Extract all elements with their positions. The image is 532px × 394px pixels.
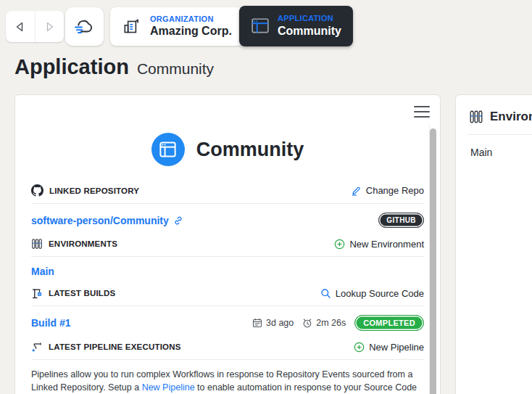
build-age: 3d ago: [252, 318, 294, 328]
environments-title: ENVIRONMENTS: [31, 238, 117, 250]
circle-plus-icon: [334, 239, 345, 250]
organization-building-icon: [122, 17, 142, 37]
side-environment-item[interactable]: Main: [467, 147, 532, 158]
build-duration: 2m 26s: [302, 318, 346, 328]
linked-repository-title: LINKED REPOSITORY: [31, 184, 139, 197]
build-meta: 3d ago 2m 26s COMPLETED: [252, 315, 424, 331]
organization-name: Amazing Corp.: [150, 24, 232, 38]
lookup-source-code-button[interactable]: Lookup Source Code: [320, 288, 424, 299]
pencil-edit-icon: [351, 185, 362, 196]
page-header: Application Community: [14, 55, 214, 79]
linked-repository-heading: LINKED REPOSITORY: [49, 186, 139, 195]
forward-arrow-icon: [44, 21, 55, 33]
application-window-icon: [251, 17, 270, 35]
application-window-icon: [158, 140, 178, 159]
lookup-source-code-label: Lookup Source Code: [336, 288, 424, 299]
application-name: Community: [278, 24, 341, 38]
pipelines-description: Pipelines allow you to run complex Workf…: [31, 368, 424, 394]
application-label: APPLICATION: [278, 14, 341, 24]
environments-heading: ENVIRONMENTS: [49, 239, 117, 248]
card-menu-button[interactable]: [414, 106, 430, 118]
latest-builds-heading: LATEST BUILDS: [49, 289, 115, 297]
stopwatch-icon: [302, 318, 312, 328]
section-latest-pipelines: LATEST PIPELINE EXECUTIONS New Pipeline …: [31, 341, 424, 394]
build-link[interactable]: Build #1: [31, 317, 70, 329]
crane-builds-icon: [31, 287, 43, 299]
latest-builds-body: Build #1 3d ago: [31, 306, 424, 331]
github-icon: [31, 184, 43, 197]
application-title-row: Community: [31, 95, 424, 166]
circle-plus-icon: [354, 342, 365, 353]
application-card-title: Community: [196, 139, 304, 161]
provider-badge: GITHUB: [378, 213, 424, 228]
nav-forward-button[interactable]: [35, 11, 65, 42]
side-card-title: Environments: [490, 110, 532, 124]
pipeline-faucet-icon: [31, 341, 43, 353]
organization-button[interactable]: ORGANIZATION Amazing Corp.: [110, 7, 244, 46]
card-scrollbar-track[interactable]: [429, 124, 438, 394]
application-button[interactable]: APPLICATION Community: [239, 6, 353, 46]
environment-link[interactable]: Main: [31, 266, 54, 277]
environments-pillars-icon: [31, 238, 43, 250]
latest-builds-header-row: LATEST BUILDS Lookup Source Code: [31, 287, 424, 306]
section-latest-builds: LATEST BUILDS Lookup Source Code Build #…: [31, 287, 424, 331]
build-status-badge: COMPLETED: [354, 315, 424, 331]
organization-label: ORGANIZATION: [150, 15, 232, 25]
new-pipeline-label: New Pipeline: [369, 342, 424, 353]
new-environment-label: New Environment: [349, 239, 424, 250]
environments-side-card: Environments Main: [455, 94, 532, 394]
back-arrow-icon: [14, 21, 25, 33]
build-age-text: 3d ago: [266, 318, 294, 328]
repository-name: software-person/Community: [31, 215, 169, 226]
cloud-logo-icon: [73, 17, 96, 37]
linked-repository-body: software-person/Community GITHUB: [31, 204, 424, 228]
application-button-texts: APPLICATION Community: [278, 14, 341, 38]
magnifier-icon: [320, 288, 331, 299]
linked-repository-header-row: LINKED REPOSITORY Change Repo: [31, 184, 424, 204]
card-scrollbar-thumb[interactable]: [430, 128, 436, 394]
calendar-icon: [252, 318, 262, 328]
repository-link[interactable]: software-person/Community: [31, 215, 183, 226]
environments-pillars-icon: [469, 110, 483, 124]
latest-pipelines-header-row: LATEST PIPELINE EXECUTIONS New Pipeline: [31, 341, 424, 360]
section-environments: ENVIRONMENTS New Environment Main: [31, 238, 424, 277]
link-chain-icon: [173, 216, 183, 226]
environments-header-row: ENVIRONMENTS New Environment: [31, 238, 424, 257]
page-title: Application: [14, 55, 129, 79]
new-environment-button[interactable]: New Environment: [334, 239, 424, 250]
section-linked-repository: LINKED REPOSITORY Change Repo software-p…: [31, 184, 424, 228]
build-duration-text: 2m 26s: [316, 318, 346, 328]
latest-pipelines-heading: LATEST PIPELINE EXECUTIONS: [49, 342, 181, 351]
new-pipeline-inline-link[interactable]: New Pipeline: [142, 382, 195, 393]
logo-button[interactable]: [65, 7, 104, 46]
organization-button-texts: ORGANIZATION Amazing Corp.: [150, 15, 232, 39]
environments-body: Main: [31, 257, 424, 277]
application-card: Community LINKED REPOSITORY Change Repo …: [14, 94, 441, 394]
latest-builds-title: LATEST BUILDS: [31, 287, 115, 299]
history-nav-group: [6, 11, 64, 42]
application-avatar: [151, 133, 185, 166]
nav-back-button[interactable]: [6, 11, 35, 42]
page-subtitle: Community: [137, 60, 214, 78]
change-repo-label: Change Repo: [366, 185, 424, 196]
latest-pipelines-title: LATEST PIPELINE EXECUTIONS: [31, 341, 181, 353]
side-card-title-row: Environments: [467, 105, 532, 135]
change-repo-button[interactable]: Change Repo: [351, 185, 424, 196]
new-pipeline-button[interactable]: New Pipeline: [354, 342, 424, 353]
